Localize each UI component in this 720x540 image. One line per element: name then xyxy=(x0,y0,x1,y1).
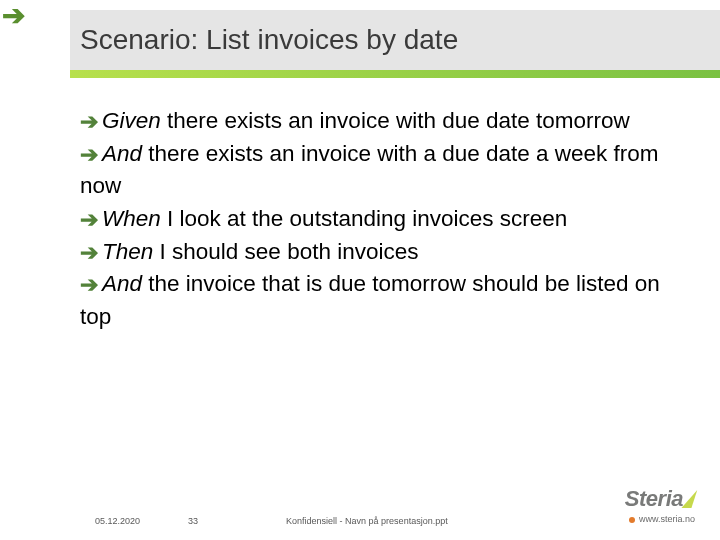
arrow-icon: ➔ xyxy=(80,272,98,297)
logo-text: Steria xyxy=(625,486,683,511)
bullet-item: ➔Then I should see both invoices xyxy=(80,236,680,269)
logo-accent-icon xyxy=(681,490,697,508)
logo-area: Steria www.steria.no xyxy=(625,486,695,524)
keyword: And xyxy=(102,271,142,296)
page-title: Scenario: List invoices by date xyxy=(80,24,458,56)
bullet-text: I look at the outstanding invoices scree… xyxy=(161,206,568,231)
keyword: Then xyxy=(102,239,153,264)
footer-date: 05.12.2020 xyxy=(95,516,140,526)
bullet-text: I should see both invoices xyxy=(153,239,418,264)
bullet-item: ➔Given there exists an invoice with due … xyxy=(80,105,680,138)
bullet-text: there exists an invoice with a due date … xyxy=(80,141,659,199)
accent-bar xyxy=(70,70,720,78)
keyword: Given xyxy=(102,108,161,133)
site-url: www.steria.no xyxy=(625,514,695,524)
bullet-item: ➔And the invoice that is due tomorrow sh… xyxy=(80,268,680,333)
footer: 05.12.2020 33 Konfidensiell - Navn på pr… xyxy=(95,516,690,526)
arrow-icon: ➔ xyxy=(80,109,98,134)
bullet-text: there exists an invoice with due date to… xyxy=(161,108,630,133)
title-band: Scenario: List invoices by date xyxy=(70,10,720,70)
arrow-icon: ➔ xyxy=(80,240,98,265)
keyword: When xyxy=(102,206,161,231)
keyword: And xyxy=(102,141,142,166)
corner-arrow-icon: ➔ xyxy=(2,2,25,30)
footer-page: 33 xyxy=(188,516,198,526)
bullet-item: ➔And there exists an invoice with a due … xyxy=(80,138,680,203)
arrow-icon: ➔ xyxy=(80,207,98,232)
content-body: ➔Given there exists an invoice with due … xyxy=(80,105,680,333)
bullet-text: the invoice that is due tomorrow should … xyxy=(80,271,660,329)
steria-logo: Steria xyxy=(625,486,695,512)
bullet-item: ➔When I look at the outstanding invoices… xyxy=(80,203,680,236)
arrow-icon: ➔ xyxy=(80,142,98,167)
